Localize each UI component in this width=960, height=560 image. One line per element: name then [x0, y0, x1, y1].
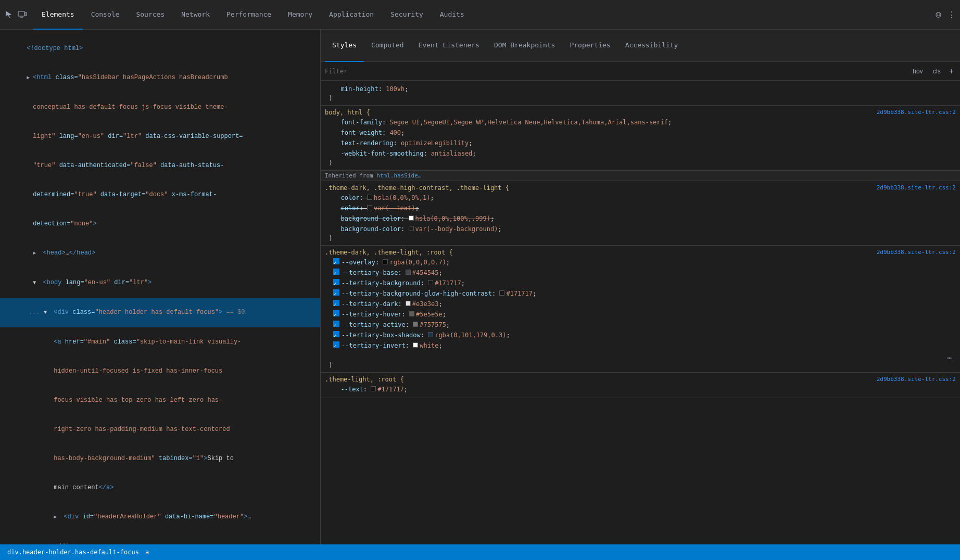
checkbox-overlay[interactable]	[333, 258, 339, 264]
css-var-tertiary-bg: --tertiary-background : #171717 ;	[325, 278, 956, 288]
checkbox-tertiary-base[interactable]	[333, 269, 339, 275]
dom-body[interactable]: ▼ <body lang="en-us" dir="ltr">	[0, 268, 320, 298]
checkbox-tertiary-invert[interactable]	[333, 341, 339, 348]
css-var-tertiary-active: --tertiary-active : #757575 ;	[325, 320, 956, 330]
checkbox-tertiary-dark[interactable]	[333, 300, 339, 306]
css-var-tertiary-hover: --tertiary-hover : #5e5e5e ;	[325, 309, 956, 320]
css-dots-btn[interactable]: …	[325, 351, 956, 361]
tab-memory[interactable]: Memory	[280, 0, 321, 30]
dom-html[interactable]: ▶<html class="hasSidebar hasPageActions …	[0, 63, 320, 93]
css-prop-color2: color : var(--text) ;	[325, 203, 956, 213]
css-selector-theme-light[interactable]: .theme-light, :root {	[325, 376, 404, 383]
more-options-icon[interactable]: ⋮	[948, 10, 956, 20]
dom-anchor-cont4: has-body-background-medium" tabindex="1"…	[0, 444, 320, 473]
css-block-theme-root: .theme-dark, .theme-light, :root { 2d9bb…	[321, 246, 960, 373]
swatch-tertiary-glow[interactable]	[499, 290, 504, 296]
swatch-tertiary-bg[interactable]	[428, 280, 433, 285]
dom-anchor-cont5: main content</a>	[0, 473, 320, 502]
tab-elements[interactable]: Elements	[33, 0, 83, 30]
swatch-bg2[interactable]	[409, 226, 414, 231]
tab-dom-breakpoints[interactable]: DOM Breakpoints	[487, 30, 562, 62]
swatch-tertiary-base[interactable]	[406, 270, 411, 275]
tab-event-listeners[interactable]: Event Listeners	[411, 30, 487, 62]
checkbox-tertiary-hover[interactable]	[333, 310, 339, 316]
emoji-icon: ☺	[936, 9, 941, 20]
swatch-bg1[interactable]	[409, 215, 414, 221]
tab-computed[interactable]: Computed	[364, 30, 411, 62]
dom-anchor[interactable]: <a href="#main" class="skip-to-main-link…	[0, 327, 320, 357]
statusbar-breadcrumb[interactable]: div.header-holder.has-default-focus	[4, 549, 142, 556]
checkbox-tertiary-active[interactable]	[333, 321, 339, 327]
css-close-brace4: }	[325, 361, 956, 369]
css-source-theme-root[interactable]: 2d9bb338.site-ltr.css:2	[877, 249, 956, 256]
tab-network[interactable]: Network	[173, 0, 218, 30]
tab-styles[interactable]: Styles	[325, 30, 364, 62]
filter-bar: :hov .cls +	[321, 62, 960, 81]
css-var-tertiary-base: --tertiary-base : #454545 ;	[325, 268, 956, 278]
tab-application[interactable]: Application	[321, 0, 382, 30]
checkbox-tertiary-box-shadow[interactable]	[333, 331, 339, 337]
swatch-tertiary-active[interactable]	[413, 322, 418, 327]
swatch-color1[interactable]	[367, 195, 372, 200]
swatch-color2[interactable]	[367, 205, 372, 210]
css-prop-font-weight: font-weight : 400 ;	[325, 128, 956, 138]
tab-security[interactable]: Security	[382, 0, 432, 30]
css-prop-bg-color2: background-color : var(--body-background…	[325, 224, 956, 234]
dom-doctype: <!doctype html>	[0, 34, 320, 63]
tab-sources[interactable]: Sources	[128, 0, 173, 30]
tab-console[interactable]: Console	[83, 0, 128, 30]
css-close-brace1: }	[325, 94, 956, 102]
statusbar: div.header-holder.has-default-focus a	[0, 544, 960, 560]
swatch-tertiary-dark[interactable]	[406, 301, 411, 306]
swatch-tertiary-hover[interactable]	[409, 311, 414, 316]
swatch-tertiary-box-shadow[interactable]	[428, 332, 433, 337]
css-var-text: --text : #171717 ;	[325, 384, 956, 394]
tab-properties[interactable]: Properties	[562, 30, 617, 62]
css-prop-webkit-font-smoothing: -webkit-font-smoothing : antialiased ;	[325, 148, 956, 159]
add-style-button[interactable]: +	[947, 66, 956, 77]
swatch-overlay[interactable]	[383, 259, 388, 264]
css-close-brace2: }	[325, 159, 956, 167]
statusbar-element[interactable]: a	[142, 549, 152, 556]
tab-audits[interactable]: Audits	[432, 0, 473, 30]
svg-rect-0	[18, 11, 24, 16]
css-source-theme-light[interactable]: 2d9bb338.site-ltr.css:2	[877, 376, 956, 383]
css-block-theme-root-header: .theme-dark, .theme-light, :root { 2d9bb…	[325, 249, 956, 256]
cursor-icon	[4, 10, 14, 19]
top-tabbar: Elements Console Sources Network Perform…	[0, 0, 960, 30]
inherited-label: Inherited from html.hasSide…	[321, 170, 960, 181]
hov-button[interactable]: :hov	[909, 67, 925, 76]
inner-tabbar: Styles Computed Event Listeners DOM Brea…	[321, 30, 960, 62]
swatch-text[interactable]	[371, 386, 376, 391]
dom-head[interactable]: ▶ <head>…</head>	[0, 238, 320, 268]
css-selector-themes[interactable]: .theme-dark, .theme-high-contrast, .them…	[325, 184, 509, 192]
css-var-tertiary-invert: --tertiary-invert : white ;	[325, 340, 956, 351]
dom-div-header-area[interactable]: ▶ <div id="headerAreaHolder" data-bi-nam…	[0, 502, 320, 532]
tab-accessibility[interactable]: Accessibility	[618, 30, 686, 62]
swatch-tertiary-invert[interactable]	[413, 342, 418, 348]
dom-div-header-holder[interactable]: ... ▼ <div class="header-holder has-defa…	[0, 298, 320, 327]
inherited-selector[interactable]: html.hasSide…	[376, 172, 421, 179]
css-selector-theme-root[interactable]: .theme-dark, .theme-light, :root {	[325, 249, 453, 256]
css-block-minheight: min-height : 100vh ; }	[321, 81, 960, 106]
checkbox-tertiary-glow[interactable]	[333, 289, 339, 296]
css-block-themes-header: .theme-dark, .theme-high-contrast, .them…	[325, 184, 956, 192]
devtools-icons	[4, 10, 27, 19]
dom-tree-panel: <!doctype html> ▶<html class="hasSidebar…	[0, 30, 321, 544]
css-prop-text-rendering: text-rendering : optimizeLegibility ;	[325, 138, 956, 148]
filter-input[interactable]	[325, 68, 909, 75]
svg-rect-1	[25, 12, 27, 16]
css-close-brace3: }	[325, 234, 956, 242]
cls-button[interactable]: .cls	[929, 67, 943, 76]
css-selector-body-html[interactable]: body, html {	[325, 109, 370, 116]
checkbox-tertiary-bg[interactable]	[333, 279, 339, 285]
css-source-body-html[interactable]: 2d9bb338.site-ltr.css:2	[877, 109, 956, 116]
styles-content: min-height : 100vh ; } body, html { 2d9b…	[321, 81, 960, 544]
css-var-tertiary-box-shadow: --tertiary-box-shadow : rgba(0,101,179,0…	[325, 330, 956, 340]
tab-performance[interactable]: Performance	[218, 0, 280, 30]
dom-html-cont3: "true" data-authenticated="false" data-a…	[0, 151, 320, 180]
dom-html-cont: conceptual has-default-focus js-focus-vi…	[0, 93, 320, 122]
device-icon	[18, 10, 27, 19]
css-source-themes[interactable]: 2d9bb338.site-ltr.css:2	[877, 184, 956, 191]
styles-panel: Styles Computed Event Listeners DOM Brea…	[321, 30, 960, 544]
